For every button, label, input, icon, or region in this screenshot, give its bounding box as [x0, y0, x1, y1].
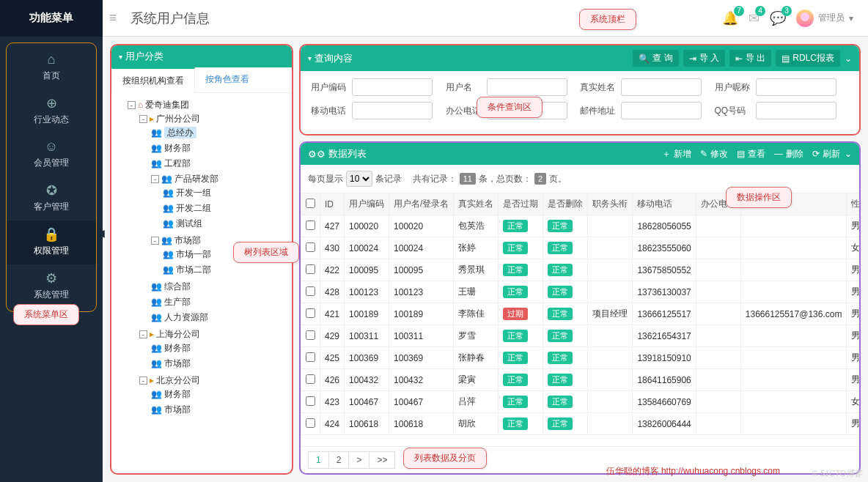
label-office: 办公电话 — [446, 105, 487, 117]
status-badge: 正常 — [548, 220, 573, 232]
tree-node[interactable]: 👥测试组 — [163, 216, 287, 231]
input-qq[interactable] — [756, 102, 836, 119]
tree-node[interactable]: 👥市场一部 — [163, 247, 287, 262]
view-button[interactable]: ▤查看 — [737, 148, 765, 160]
pencil-icon: ✎ — [700, 149, 707, 159]
page-size-select[interactable]: 10 — [346, 171, 372, 187]
list-summary: 每页显示 10 条记录 共有记录： 11 条，总页数： 2 页。 — [301, 165, 859, 193]
rdlc-button[interactable]: ▤RDLC报表 — [776, 50, 840, 67]
gears-icon: ⚙⚙ — [308, 149, 326, 160]
row-checkbox[interactable] — [306, 418, 315, 428]
search-button[interactable]: 🔍查 询 — [633, 50, 678, 67]
page-1[interactable]: 1 — [308, 451, 328, 469]
page-2[interactable]: 2 — [328, 451, 349, 469]
status-badge: 过期 — [503, 308, 528, 320]
tree-node[interactable]: 👥总经办 — [151, 125, 287, 141]
export-button[interactable]: ⇤导 出 — [729, 50, 771, 67]
tree-node[interactable]: 👥开发二组 — [163, 201, 287, 216]
import-button[interactable]: ⇥导 入 — [683, 50, 725, 67]
mail-icon[interactable]: ✉4 — [749, 10, 760, 26]
topbar: 功能菜单 ≡ 系统用户信息 🔔7 ✉4 💬3 管理员 ▾ — [0, 0, 868, 37]
tree-node[interactable]: 👥财务部 — [151, 141, 287, 156]
input-user-name[interactable] — [487, 78, 567, 96]
col-header — [301, 193, 320, 215]
col-header: 办公电话 — [696, 193, 740, 215]
status-badge: 正常 — [548, 374, 573, 386]
refresh-button[interactable]: ⟳刷新 — [812, 148, 840, 160]
input-mobile[interactable] — [352, 102, 433, 119]
status-badge: 正常 — [503, 242, 528, 254]
row-checkbox[interactable] — [306, 352, 315, 362]
bell-icon[interactable]: 🔔7 — [722, 10, 738, 26]
label-nick: 用户昵称 — [715, 81, 756, 94]
eye-icon: ▤ — [737, 149, 745, 159]
tree-node[interactable]: 👥开发一组 — [163, 185, 287, 201]
table-row[interactable]: 426100432100432梁寅正常正常18641165906男🔍✎✖ — [301, 369, 860, 391]
row-checkbox[interactable] — [306, 242, 315, 252]
add-button[interactable]: ＋新增 — [662, 148, 691, 160]
table-row[interactable]: 423100467100467吕萍正常正常13584660769女🔍✎✖ — [301, 391, 860, 413]
table-row[interactable]: 424100618100618胡欣正常正常13826006444男🔍✎✖ — [301, 413, 860, 435]
import-icon: ⇥ — [689, 53, 696, 64]
page->[interactable]: > — [348, 451, 369, 469]
tree-node[interactable]: 👥市场部 — [151, 402, 287, 418]
row-checkbox[interactable] — [306, 286, 315, 296]
collapse-icon[interactable]: ⌄ — [845, 53, 852, 64]
query-panel: ▾ 查询内容 🔍查 询 ⇥导 入 ⇤导 出 ▤RDLC报表 ⌄ 用户编码 用户名… — [299, 44, 861, 136]
status-badge: 正常 — [503, 330, 528, 342]
input-office[interactable] — [487, 102, 567, 119]
mail-badge: 4 — [755, 6, 765, 16]
hamburger-icon[interactable]: ≡ — [103, 10, 123, 26]
select-all-checkbox[interactable] — [306, 199, 315, 208]
tree-panel: ▾ 用户分类 按组织机构查看 按角色查看 -⌂爱奇迪集团-▸广州分公司👥总经办👥… — [110, 44, 293, 475]
table-row[interactable]: 427100020100020包英浩正常正常18628056055男🔍✎✖ — [301, 215, 860, 237]
sidebar-item-4[interactable]: 🔒权限管理 — [7, 220, 96, 264]
tree-node[interactable]: 👥工程部 — [151, 156, 287, 171]
row-checkbox[interactable] — [306, 264, 315, 274]
sidebar-label: 首页 — [43, 70, 60, 81]
sidebar-item-0[interactable]: ⌂首页 — [7, 46, 96, 89]
sidebar-label: 权限管理 — [34, 245, 69, 256]
tree-node[interactable]: 👥生产部 — [151, 294, 287, 310]
input-user-code[interactable] — [352, 78, 433, 96]
row-checkbox[interactable] — [306, 396, 315, 406]
table-row[interactable]: 430100024100024张婷正常正常18623555060女🔍✎✖ — [301, 237, 860, 259]
sidebar-icon: ✪ — [7, 182, 96, 199]
page->>[interactable]: >> — [369, 451, 395, 469]
tree-node[interactable]: 👥市场部 — [151, 356, 287, 371]
row-checkbox[interactable] — [306, 330, 315, 340]
delete-button[interactable]: —删除 — [774, 148, 803, 160]
status-badge: 正常 — [548, 396, 573, 408]
table-row[interactable]: 422100095100095秀景琪正常正常13675850552男🔍✎✖ — [301, 259, 860, 281]
tree-tab-role[interactable]: 按角色查看 — [195, 67, 260, 92]
table-row[interactable]: 425100369100369张静春正常正常13918150910男🔍✎✖ — [301, 347, 860, 369]
sidebar-item-1[interactable]: ⊕行业动态 — [7, 89, 96, 133]
edit-button[interactable]: ✎修改 — [700, 148, 728, 160]
collapse-icon[interactable]: ⌄ — [845, 149, 852, 159]
input-real-name[interactable] — [621, 78, 702, 96]
sidebar-item-2[interactable]: ☺会员管理 — [7, 133, 96, 177]
chat-icon[interactable]: 💬3 — [770, 10, 786, 26]
input-nick[interactable] — [756, 78, 836, 96]
admin-menu[interactable]: 管理员 ▾ — [796, 10, 853, 27]
tree-node[interactable]: 👥财务部 — [151, 341, 287, 356]
tree-tab-org[interactable]: 按组织机构查看 — [111, 67, 195, 93]
sidebar-item-5[interactable]: ⚙系统管理 — [7, 264, 96, 308]
row-checkbox[interactable] — [306, 220, 315, 230]
total-pages: 2 — [534, 173, 546, 185]
table-row[interactable]: 429100311100311罗雪正常正常13621654317男🔍✎✖ — [301, 325, 860, 347]
tree-node[interactable]: 👥财务部 — [151, 387, 287, 402]
table-row[interactable]: 421100189100189李陈佳过期正常项目经理13666125517136… — [301, 303, 860, 325]
tree-node[interactable]: 👥市场二部 — [163, 262, 287, 278]
row-checkbox[interactable] — [306, 308, 315, 318]
tree-node[interactable]: 👥人力资源部 — [151, 310, 287, 325]
sidebar-label: 会员管理 — [34, 157, 69, 168]
col-header: 移动电话 — [633, 193, 696, 215]
caret-icon: ▾ — [308, 54, 312, 62]
sidebar-item-3[interactable]: ✪客户管理 — [7, 177, 96, 220]
refresh-icon: ⟳ — [812, 149, 820, 159]
input-email[interactable] — [621, 102, 702, 119]
table-row[interactable]: 428100123100123王珊正常正常13736130037男🔍✎✖ — [301, 281, 860, 303]
tree-node[interactable]: 👥综合部 — [151, 279, 287, 294]
row-checkbox[interactable] — [306, 374, 315, 384]
